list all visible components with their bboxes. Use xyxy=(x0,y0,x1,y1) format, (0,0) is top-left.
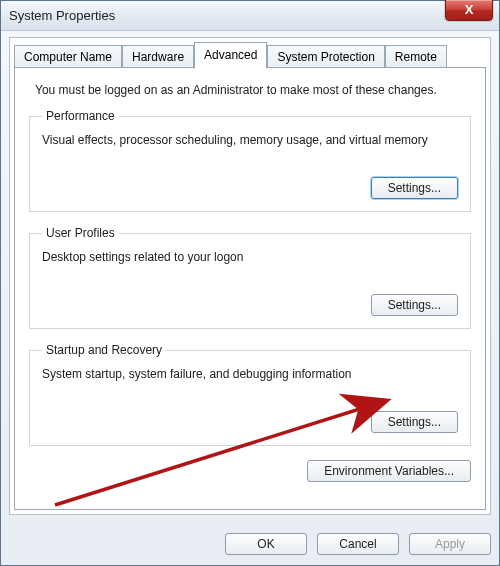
performance-desc: Visual effects, processor scheduling, me… xyxy=(42,133,458,147)
tab-strip: Computer Name Hardware Advanced System P… xyxy=(10,38,490,68)
user-profiles-group: User Profiles Desktop settings related t… xyxy=(29,226,471,329)
titlebar: System Properties X xyxy=(1,1,499,31)
tab-system-protection[interactable]: System Protection xyxy=(267,45,384,69)
user-profiles-desc: Desktop settings related to your logon xyxy=(42,250,458,264)
performance-settings-button[interactable]: Settings... xyxy=(371,177,458,199)
system-properties-window: System Properties X Computer Name Hardwa… xyxy=(0,0,500,566)
tab-computer-name[interactable]: Computer Name xyxy=(14,45,122,69)
environment-variables-button[interactable]: Environment Variables... xyxy=(307,460,471,482)
tab-panel-advanced: You must be logged on as an Administrato… xyxy=(14,67,486,510)
user-profiles-settings-button[interactable]: Settings... xyxy=(371,294,458,316)
window-title: System Properties xyxy=(9,8,115,23)
user-profiles-legend: User Profiles xyxy=(42,226,119,240)
startup-recovery-legend: Startup and Recovery xyxy=(42,343,166,357)
tab-remote[interactable]: Remote xyxy=(385,45,447,69)
close-icon: X xyxy=(465,2,474,17)
admin-intro-text: You must be logged on as an Administrato… xyxy=(35,83,471,97)
tab-hardware[interactable]: Hardware xyxy=(122,45,194,69)
performance-legend: Performance xyxy=(42,109,119,123)
tab-advanced[interactable]: Advanced xyxy=(194,42,267,69)
startup-recovery-group: Startup and Recovery System startup, sys… xyxy=(29,343,471,446)
startup-recovery-desc: System startup, system failure, and debu… xyxy=(42,367,458,381)
performance-group: Performance Visual effects, processor sc… xyxy=(29,109,471,212)
ok-button[interactable]: OK xyxy=(225,533,307,555)
startup-recovery-settings-button[interactable]: Settings... xyxy=(371,411,458,433)
cancel-button[interactable]: Cancel xyxy=(317,533,399,555)
apply-button[interactable]: Apply xyxy=(409,533,491,555)
dialog-footer: OK Cancel Apply xyxy=(9,533,491,555)
close-button[interactable]: X xyxy=(445,0,493,21)
dialog-body: Computer Name Hardware Advanced System P… xyxy=(9,37,491,515)
